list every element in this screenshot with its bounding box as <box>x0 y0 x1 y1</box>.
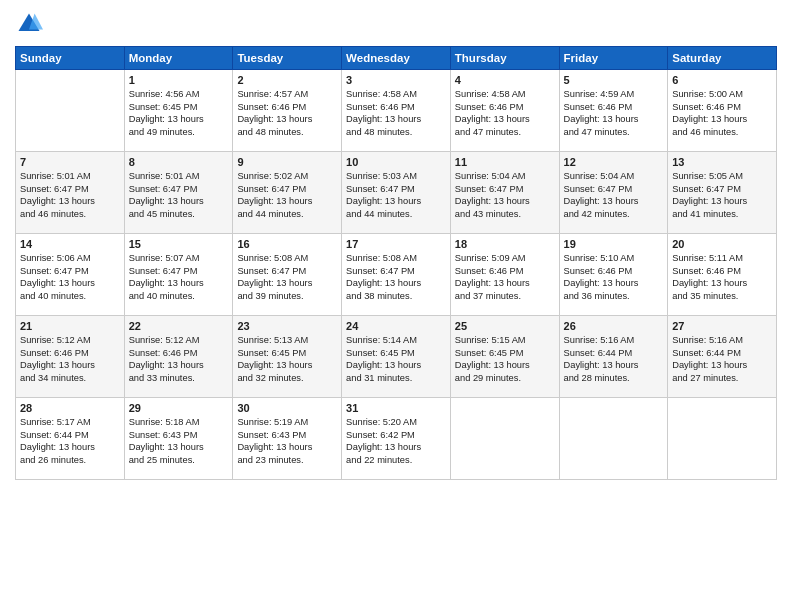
cell-content: Sunrise: 5:10 AMSunset: 6:46 PMDaylight:… <box>564 252 664 302</box>
calendar-cell: 14Sunrise: 5:06 AMSunset: 6:47 PMDayligh… <box>16 234 125 316</box>
calendar-cell: 6Sunrise: 5:00 AMSunset: 6:46 PMDaylight… <box>668 70 777 152</box>
calendar-cell: 8Sunrise: 5:01 AMSunset: 6:47 PMDaylight… <box>124 152 233 234</box>
calendar-cell: 3Sunrise: 4:58 AMSunset: 6:46 PMDaylight… <box>342 70 451 152</box>
day-number: 5 <box>564 74 664 86</box>
cell-content: Sunrise: 5:12 AMSunset: 6:46 PMDaylight:… <box>129 334 229 384</box>
day-number: 8 <box>129 156 229 168</box>
calendar-cell: 5Sunrise: 4:59 AMSunset: 6:46 PMDaylight… <box>559 70 668 152</box>
cell-content: Sunrise: 4:58 AMSunset: 6:46 PMDaylight:… <box>455 88 555 138</box>
day-number: 27 <box>672 320 772 332</box>
cell-content: Sunrise: 5:16 AMSunset: 6:44 PMDaylight:… <box>564 334 664 384</box>
calendar-cell <box>16 70 125 152</box>
header <box>15 10 777 38</box>
day-number: 21 <box>20 320 120 332</box>
calendar-cell: 9Sunrise: 5:02 AMSunset: 6:47 PMDaylight… <box>233 152 342 234</box>
header-tuesday: Tuesday <box>233 47 342 70</box>
cell-content: Sunrise: 5:08 AMSunset: 6:47 PMDaylight:… <box>346 252 446 302</box>
calendar-cell: 2Sunrise: 4:57 AMSunset: 6:46 PMDaylight… <box>233 70 342 152</box>
cell-content: Sunrise: 4:57 AMSunset: 6:46 PMDaylight:… <box>237 88 337 138</box>
calendar-cell: 16Sunrise: 5:08 AMSunset: 6:47 PMDayligh… <box>233 234 342 316</box>
cell-content: Sunrise: 5:04 AMSunset: 6:47 PMDaylight:… <box>455 170 555 220</box>
day-number: 30 <box>237 402 337 414</box>
calendar-cell: 4Sunrise: 4:58 AMSunset: 6:46 PMDaylight… <box>450 70 559 152</box>
day-number: 23 <box>237 320 337 332</box>
calendar-cell <box>450 398 559 480</box>
cell-content: Sunrise: 5:00 AMSunset: 6:46 PMDaylight:… <box>672 88 772 138</box>
day-number: 24 <box>346 320 446 332</box>
day-number: 12 <box>564 156 664 168</box>
logo <box>15 10 47 38</box>
calendar-cell: 15Sunrise: 5:07 AMSunset: 6:47 PMDayligh… <box>124 234 233 316</box>
cell-content: Sunrise: 5:13 AMSunset: 6:45 PMDaylight:… <box>237 334 337 384</box>
calendar-table: SundayMondayTuesdayWednesdayThursdayFrid… <box>15 46 777 480</box>
calendar-cell: 26Sunrise: 5:16 AMSunset: 6:44 PMDayligh… <box>559 316 668 398</box>
calendar-cell: 27Sunrise: 5:16 AMSunset: 6:44 PMDayligh… <box>668 316 777 398</box>
week-row-2: 14Sunrise: 5:06 AMSunset: 6:47 PMDayligh… <box>16 234 777 316</box>
day-number: 29 <box>129 402 229 414</box>
day-number: 20 <box>672 238 772 250</box>
cell-content: Sunrise: 5:18 AMSunset: 6:43 PMDaylight:… <box>129 416 229 466</box>
cell-content: Sunrise: 5:02 AMSunset: 6:47 PMDaylight:… <box>237 170 337 220</box>
week-row-0: 1Sunrise: 4:56 AMSunset: 6:45 PMDaylight… <box>16 70 777 152</box>
header-monday: Monday <box>124 47 233 70</box>
cell-content: Sunrise: 4:56 AMSunset: 6:45 PMDaylight:… <box>129 88 229 138</box>
day-number: 16 <box>237 238 337 250</box>
day-number: 6 <box>672 74 772 86</box>
calendar-cell: 19Sunrise: 5:10 AMSunset: 6:46 PMDayligh… <box>559 234 668 316</box>
calendar-cell: 28Sunrise: 5:17 AMSunset: 6:44 PMDayligh… <box>16 398 125 480</box>
day-number: 4 <box>455 74 555 86</box>
calendar-cell: 17Sunrise: 5:08 AMSunset: 6:47 PMDayligh… <box>342 234 451 316</box>
calendar-cell: 11Sunrise: 5:04 AMSunset: 6:47 PMDayligh… <box>450 152 559 234</box>
day-number: 31 <box>346 402 446 414</box>
cell-content: Sunrise: 5:17 AMSunset: 6:44 PMDaylight:… <box>20 416 120 466</box>
day-number: 3 <box>346 74 446 86</box>
cell-content: Sunrise: 5:11 AMSunset: 6:46 PMDaylight:… <box>672 252 772 302</box>
cell-content: Sunrise: 5:08 AMSunset: 6:47 PMDaylight:… <box>237 252 337 302</box>
calendar-cell: 13Sunrise: 5:05 AMSunset: 6:47 PMDayligh… <box>668 152 777 234</box>
calendar-cell: 29Sunrise: 5:18 AMSunset: 6:43 PMDayligh… <box>124 398 233 480</box>
calendar-cell: 31Sunrise: 5:20 AMSunset: 6:42 PMDayligh… <box>342 398 451 480</box>
day-number: 15 <box>129 238 229 250</box>
cell-content: Sunrise: 4:59 AMSunset: 6:46 PMDaylight:… <box>564 88 664 138</box>
cell-content: Sunrise: 5:15 AMSunset: 6:45 PMDaylight:… <box>455 334 555 384</box>
day-number: 13 <box>672 156 772 168</box>
cell-content: Sunrise: 5:12 AMSunset: 6:46 PMDaylight:… <box>20 334 120 384</box>
cell-content: Sunrise: 5:07 AMSunset: 6:47 PMDaylight:… <box>129 252 229 302</box>
calendar-cell: 30Sunrise: 5:19 AMSunset: 6:43 PMDayligh… <box>233 398 342 480</box>
cell-content: Sunrise: 5:01 AMSunset: 6:47 PMDaylight:… <box>20 170 120 220</box>
cell-content: Sunrise: 5:05 AMSunset: 6:47 PMDaylight:… <box>672 170 772 220</box>
day-number: 19 <box>564 238 664 250</box>
header-saturday: Saturday <box>668 47 777 70</box>
calendar-cell: 21Sunrise: 5:12 AMSunset: 6:46 PMDayligh… <box>16 316 125 398</box>
day-number: 2 <box>237 74 337 86</box>
header-wednesday: Wednesday <box>342 47 451 70</box>
day-number: 25 <box>455 320 555 332</box>
calendar-cell: 12Sunrise: 5:04 AMSunset: 6:47 PMDayligh… <box>559 152 668 234</box>
calendar-cell: 23Sunrise: 5:13 AMSunset: 6:45 PMDayligh… <box>233 316 342 398</box>
cell-content: Sunrise: 5:14 AMSunset: 6:45 PMDaylight:… <box>346 334 446 384</box>
cell-content: Sunrise: 5:04 AMSunset: 6:47 PMDaylight:… <box>564 170 664 220</box>
day-number: 14 <box>20 238 120 250</box>
calendar-cell: 20Sunrise: 5:11 AMSunset: 6:46 PMDayligh… <box>668 234 777 316</box>
day-number: 22 <box>129 320 229 332</box>
calendar-cell: 24Sunrise: 5:14 AMSunset: 6:45 PMDayligh… <box>342 316 451 398</box>
header-friday: Friday <box>559 47 668 70</box>
page-container: SundayMondayTuesdayWednesdayThursdayFrid… <box>0 0 792 485</box>
calendar-cell: 18Sunrise: 5:09 AMSunset: 6:46 PMDayligh… <box>450 234 559 316</box>
day-number: 28 <box>20 402 120 414</box>
day-number: 1 <box>129 74 229 86</box>
cell-content: Sunrise: 4:58 AMSunset: 6:46 PMDaylight:… <box>346 88 446 138</box>
cell-content: Sunrise: 5:06 AMSunset: 6:47 PMDaylight:… <box>20 252 120 302</box>
cell-content: Sunrise: 5:16 AMSunset: 6:44 PMDaylight:… <box>672 334 772 384</box>
week-row-3: 21Sunrise: 5:12 AMSunset: 6:46 PMDayligh… <box>16 316 777 398</box>
calendar-cell <box>559 398 668 480</box>
cell-content: Sunrise: 5:20 AMSunset: 6:42 PMDaylight:… <box>346 416 446 466</box>
calendar-cell: 10Sunrise: 5:03 AMSunset: 6:47 PMDayligh… <box>342 152 451 234</box>
cell-content: Sunrise: 5:19 AMSunset: 6:43 PMDaylight:… <box>237 416 337 466</box>
calendar-cell: 1Sunrise: 4:56 AMSunset: 6:45 PMDaylight… <box>124 70 233 152</box>
day-number: 11 <box>455 156 555 168</box>
day-number: 7 <box>20 156 120 168</box>
calendar-cell <box>668 398 777 480</box>
calendar-cell: 25Sunrise: 5:15 AMSunset: 6:45 PMDayligh… <box>450 316 559 398</box>
day-number: 10 <box>346 156 446 168</box>
